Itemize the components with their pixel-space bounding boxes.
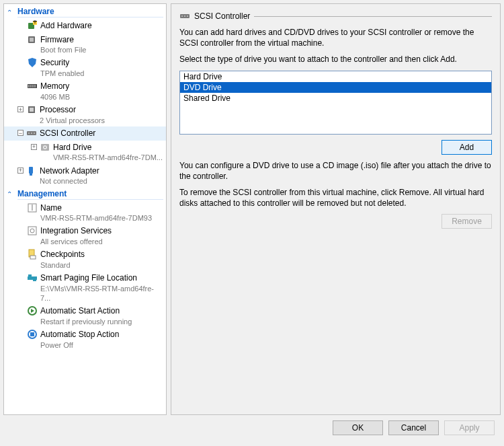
detail-header: SCSI Controller [179, 11, 492, 22]
sublabel: 2 Virtual processors [40, 116, 105, 125]
select-prompt: Select the type of drive you want to att… [179, 54, 492, 65]
node-name[interactable]: I Name VMR-RS5-RTM-amd64fre-7DM93 [4, 201, 166, 225]
node-memory[interactable]: Memory 4096 MB [4, 79, 166, 103]
integration-icon [27, 225, 38, 236]
chevron-up-icon: ⌃ [7, 9, 13, 16]
auto-stop-icon [27, 329, 38, 340]
label: Automatic Start Action [40, 306, 132, 317]
detail-panel: SCSI Controller You can add hard drives … [171, 3, 501, 415]
label: Integration Services [40, 226, 112, 237]
svg-point-34 [181, 15, 183, 17]
apply-button[interactable]: Apply [444, 420, 495, 435]
node-add-hardware[interactable]: + Add Hardware [4, 19, 166, 33]
firmware-icon [27, 34, 38, 45]
label: Network Adapter [40, 166, 99, 177]
svg-text:I: I [31, 203, 33, 213]
collapse-icon[interactable]: − [17, 130, 24, 136]
sublabel: Boot from File [40, 45, 86, 54]
node-smart-paging[interactable]: Smart Paging File Location E:\VMs\VMR-RS… [4, 271, 166, 304]
svg-rect-19 [29, 167, 33, 174]
svg-rect-8 [32, 85, 34, 87]
svg-rect-23 [28, 227, 36, 235]
label: Checkpoints [40, 250, 85, 260]
svg-rect-4 [30, 38, 34, 42]
drive-type-list[interactable]: Hard DriveDVD DriveShared Drive [179, 71, 492, 135]
auto-start-icon [27, 305, 38, 316]
svg-point-15 [34, 133, 35, 134]
label: Name [40, 203, 152, 214]
chevron-up-icon: ⌃ [7, 190, 13, 198]
svg-rect-32 [30, 332, 34, 336]
svg-rect-7 [30, 85, 32, 87]
shield-icon [27, 57, 38, 68]
svg-rect-9 [34, 85, 36, 87]
drive-type-item[interactable]: DVD Drive [180, 82, 491, 93]
label: Processor [40, 105, 105, 116]
drive-type-item[interactable]: Shared Drive [180, 93, 491, 104]
node-integration-services[interactable]: Integration Services All services offere… [4, 224, 166, 248]
label: Smart Paging File Location [40, 273, 163, 284]
sublabel: E:\VMs\VMR-RS5-RTM-amd64fre-7... [40, 284, 163, 303]
name-icon: I [27, 202, 38, 213]
svg-rect-28 [28, 274, 32, 277]
label: Memory [40, 81, 70, 92]
remove-note: To remove the SCSI controller from this … [179, 187, 492, 209]
node-network-adapter[interactable]: + Network Adapter Not connected [4, 164, 166, 188]
svg-point-13 [28, 133, 30, 134]
settings-tree[interactable]: ⌃ Hardware + Add Hardware Firmware Boot … [3, 3, 167, 415]
sublabel: Power Off [40, 340, 119, 350]
remove-button[interactable]: Remove [442, 214, 492, 229]
add-button[interactable]: Add [442, 140, 492, 155]
scsi-icon [26, 128, 37, 139]
cancel-button[interactable]: Cancel [388, 420, 439, 435]
node-checkpoints[interactable]: Checkpoints Standard [4, 248, 166, 271]
paging-icon [27, 272, 38, 283]
section-title: Management [17, 189, 163, 200]
label: Firmware [40, 35, 86, 46]
sublabel: 4096 MB [40, 92, 70, 102]
sublabel: VMR-RS5-RTM-amd64fre-7DM93 [40, 213, 152, 223]
svg-rect-11 [30, 108, 34, 112]
drive-type-item[interactable]: Hard Drive [180, 71, 491, 82]
expand-icon[interactable]: + [31, 144, 37, 150]
dialog-footer: OK Cancel Apply [0, 415, 504, 446]
hard-drive-icon [40, 142, 50, 153]
node-security[interactable]: Security TPM enabled [4, 56, 166, 79]
node-scsi-controller[interactable]: − SCSI Controller [4, 126, 166, 141]
ok-button[interactable]: OK [333, 420, 383, 435]
sublabel: Standard [40, 260, 85, 270]
svg-point-35 [184, 15, 185, 17]
divider [254, 16, 492, 17]
sublabel: VMR-RS5-RTM-amd64fre-7DM... [53, 153, 163, 162]
svg-rect-20 [30, 174, 32, 176]
memory-icon [27, 81, 38, 91]
svg-rect-29 [33, 278, 36, 281]
expand-icon[interactable]: + [17, 168, 24, 174]
node-firmware[interactable]: Firmware Boot from File [4, 33, 166, 57]
section-management[interactable]: ⌃ Management [4, 188, 166, 201]
svg-rect-6 [28, 85, 30, 87]
svg-point-14 [31, 133, 32, 134]
sublabel: All services offered [40, 237, 112, 246]
section-title: Hardware [17, 7, 163, 17]
svg-point-18 [44, 147, 46, 148]
node-auto-stop[interactable]: Automatic Stop Action Power Off [4, 328, 166, 351]
node-auto-start[interactable]: Automatic Start Action Restart if previo… [4, 304, 166, 328]
label: Add Hardware [40, 21, 92, 32]
section-hardware[interactable]: ⌃ Hardware [4, 5, 166, 19]
label: Hard Drive [53, 143, 163, 153]
expand-icon[interactable]: + [17, 106, 24, 112]
checkpoints-icon [27, 249, 38, 260]
node-hard-drive[interactable]: + Hard Drive VMR-RS5-RTM-amd64fre-7DM... [4, 141, 166, 164]
network-icon [26, 165, 37, 176]
intro-text: You can add hard drives and CD/DVD drive… [179, 27, 492, 48]
sublabel: Not connected [40, 176, 99, 186]
sublabel: Restart if previously running [40, 317, 132, 326]
processor-icon [26, 104, 37, 115]
label: SCSI Controller [40, 128, 95, 139]
add-hardware-icon: + [27, 20, 38, 31]
label: Security [40, 58, 84, 69]
node-processor[interactable]: + Processor 2 Virtual processors [4, 103, 166, 126]
svg-text:+: + [32, 20, 37, 26]
sublabel: TPM enabled [40, 69, 84, 78]
